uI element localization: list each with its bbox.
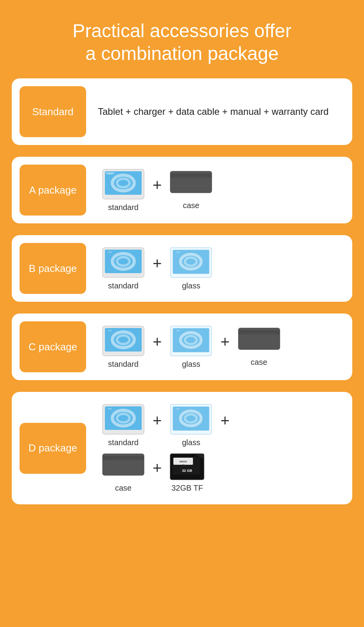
d-package-label: D package [20,423,86,474]
b-package-content: 0316 standard + 0316 glass [98,245,341,292]
b-glass-label: glass [182,281,200,290]
c-case-item: case [238,327,281,367]
svg-text:32 GB: 32 GB [182,469,193,473]
a-case-label: case [183,201,199,210]
b-standard-item: 0316 standard [102,247,145,290]
c-package-label: C package [20,321,86,372]
svg-text:0316: 0316 [177,330,180,332]
case-icon [169,170,213,198]
svg-text:0316: 0316 [108,251,112,253]
c-glass-label: glass [182,360,200,369]
svg-text:0316: 0316 [177,408,180,410]
svg-text:0316: 0316 [177,252,180,253]
page-title: Practical accessories offer a combinatio… [12,12,352,78]
plus-c1: + [153,333,162,361]
a-package-card: A package 0316 standard + [12,157,352,223]
b-standard-label: standard [108,281,139,290]
d-case-item: case [102,453,145,493]
standard-label: Standard [20,86,86,137]
d-row-2: case + micro SD 32 GB [98,451,209,495]
b-package-label: B package [20,243,86,294]
svg-rect-7 [170,174,212,178]
a-package-label: A package [20,165,86,216]
tablet-icon-b: 0316 [102,247,145,278]
d-sdcard-item: micro SD 32 GB 32GB TF [169,453,205,493]
svg-text:0316: 0316 [108,408,112,410]
c-standard-item: 0316 standard [102,325,145,369]
plus-d1: + [153,412,162,439]
c-standard-label: standard [108,360,139,369]
a-standard-item: 0316 standard [102,169,145,212]
b-package-card: B package 0316 standard + 0316 [12,235,352,302]
tablet-icon: 0316 [102,169,145,200]
standard-description: Tablet + charger + data cable + manual +… [98,105,329,119]
b-glass-item: 0316 glass [169,247,213,290]
case-icon-c [238,327,281,355]
plus-c2: + [220,333,229,361]
glass-icon-c: 0316 [169,325,213,357]
svg-text:0316: 0316 [108,329,112,331]
svg-text:micro: micro [180,460,187,463]
case-icon-d [102,453,145,480]
plus-d3: + [153,459,162,487]
glass-icon-d: 0316 [169,404,213,435]
glass-icon-b: 0316 [169,247,213,278]
d-package-card: D package 0316 standard + [12,392,352,504]
svg-text:0316: 0316 [108,172,112,174]
d-glass-label: glass [182,438,200,447]
d-package-content: 0316 standard + 0316 glass + [98,402,341,495]
d-row-1: 0316 standard + 0316 glass + [98,402,234,449]
svg-rect-48 [103,456,144,460]
a-standard-label: standard [108,203,139,212]
standard-package-card: Standard Tablet + charger + data cable +… [12,78,352,145]
d-standard-item: 0316 standard [102,404,145,447]
a-case-item: case [169,170,213,210]
a-package-content: 0316 standard + case [98,167,341,214]
d-sdcard-label: 32GB TF [171,484,203,493]
plus-1: + [153,176,162,204]
svg-rect-33 [238,330,280,334]
tablet-icon-d: 0316 [102,404,145,435]
svg-text:SD: SD [182,464,185,466]
plus-d2: + [220,412,229,439]
sdcard-icon: micro SD 32 GB [169,453,205,480]
c-case-label: case [251,358,267,367]
plus-b1: + [153,255,162,282]
c-package-content: 0316 standard + 0316 glass + c [98,323,341,371]
d-glass-item: 0316 glass [169,404,213,447]
d-case-label: case [115,484,132,493]
c-glass-item: 0316 glass [169,325,213,369]
tablet-icon-c: 0316 [102,325,145,357]
c-package-card: C package 0316 standard + 0316 glass [12,314,352,380]
standard-content: Tablet + charger + data cable + manual +… [98,105,341,119]
d-standard-label: standard [108,438,139,447]
